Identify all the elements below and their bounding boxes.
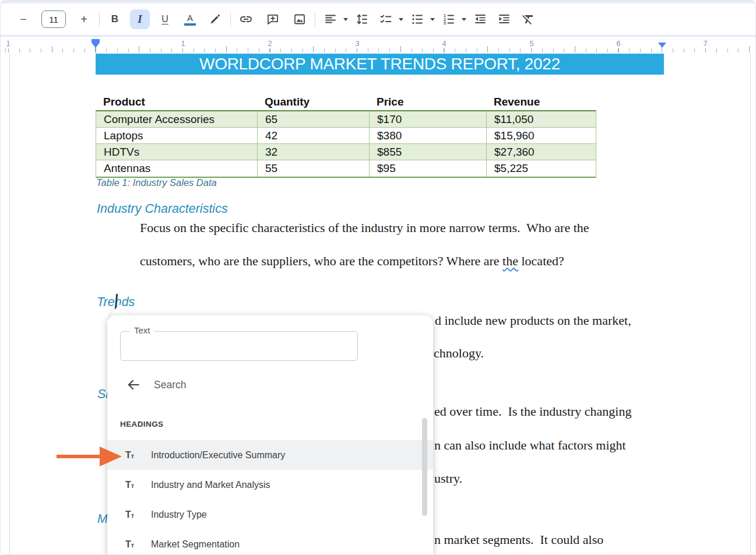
toolbar-divider xyxy=(99,12,100,27)
ruler-half-ticks xyxy=(1,46,755,52)
line-spacing-button[interactable] xyxy=(352,9,372,29)
bold-icon: B xyxy=(111,13,118,25)
toolbar-divider xyxy=(315,12,315,27)
heading-style-icon: Tт xyxy=(125,480,141,490)
numbered-list-menu[interactable]: 123 xyxy=(439,9,466,29)
underline-button[interactable]: U xyxy=(155,9,175,29)
right-indent-marker[interactable] xyxy=(658,43,666,48)
heading-option-industry-and-market-analysis[interactable]: Tт Industry and Market Analysis xyxy=(107,470,433,500)
body-text-fragment: chnology. xyxy=(434,346,484,361)
headings-section-label: HEADINGS xyxy=(120,420,163,428)
table-cell: $170 xyxy=(370,111,487,127)
checklist-menu[interactable] xyxy=(376,9,403,29)
font-size-decrease-button[interactable]: − xyxy=(13,9,33,29)
table-caption: Table 1: Industry Sales Data xyxy=(96,177,217,188)
page-right-edge xyxy=(750,53,751,554)
table-cell: Laptops xyxy=(96,128,258,143)
table-cell: $27,360 xyxy=(487,144,597,160)
italic-button[interactable]: I xyxy=(130,9,150,29)
numbered-list-button[interactable]: 123 xyxy=(439,9,459,29)
table-cell: $15,960 xyxy=(487,128,597,143)
table-header-cell: Product xyxy=(96,94,257,110)
spellcheck-flagged-word[interactable]: the xyxy=(502,254,518,268)
page-left-edge xyxy=(9,53,10,554)
ruler-number: 3 xyxy=(353,38,361,48)
search-row[interactable]: Search xyxy=(107,371,433,398)
document-title-banner: WORLDCORP MARKET TRENDS REPORT, 2022 xyxy=(96,54,664,75)
document-canvas[interactable]: WORLDCORP MARKET TRENDS REPORT, 2022 Pro… xyxy=(1,53,755,554)
ruler-number: 1 xyxy=(179,38,187,48)
add-comment-button[interactable] xyxy=(263,9,283,29)
body-text-segment: customers, who are the suppliers, who ar… xyxy=(140,254,502,268)
line-spacing-icon xyxy=(355,12,369,26)
heading-industry-characteristics: Industry Characteristics xyxy=(97,202,228,216)
table-cell: $11,050 xyxy=(487,111,597,127)
svg-text:3: 3 xyxy=(444,21,446,25)
text-color-indicator xyxy=(184,23,196,26)
table-cell: 42 xyxy=(258,128,370,143)
heading-option-industry-type[interactable]: Tт Industry Type xyxy=(107,500,433,529)
heading-option-label: Introduction/Executive Summary xyxy=(151,450,285,461)
italic-icon: I xyxy=(138,13,142,26)
insert-link-button[interactable] xyxy=(236,9,256,29)
heading-option-label: Industry and Market Analysis xyxy=(151,480,270,490)
popup-scrollbar[interactable] xyxy=(422,418,427,516)
ruler-number: 2 xyxy=(266,38,273,48)
link-icon xyxy=(239,12,253,26)
align-left-button[interactable] xyxy=(321,9,340,29)
font-size-input[interactable]: 11 xyxy=(41,10,66,28)
table-header-row: Product Quantity Price Revenue xyxy=(96,94,596,110)
text-color-button[interactable]: A xyxy=(180,9,200,29)
chevron-down-icon[interactable] xyxy=(462,18,466,21)
align-menu[interactable] xyxy=(321,9,348,29)
text-color-icon: A xyxy=(187,13,193,22)
font-size-increase-button[interactable]: + xyxy=(74,9,94,29)
ruler-number: 4 xyxy=(440,38,448,48)
checklist-button[interactable] xyxy=(376,9,396,29)
table-cell: 65 xyxy=(258,111,370,127)
body-text-line: Focus on the specific characteristics of… xyxy=(140,220,589,236)
chevron-down-icon[interactable] xyxy=(399,18,403,21)
table-cell: Computer Accessories xyxy=(96,111,258,127)
ruler-number: 7 xyxy=(701,38,709,48)
image-icon xyxy=(293,12,307,26)
table-header-cell: Revenue xyxy=(486,94,596,110)
heading-option-market-segmentation[interactable]: Tт Market Segmentation xyxy=(107,529,433,554)
chevron-down-icon[interactable] xyxy=(430,18,435,21)
insert-image-button[interactable] xyxy=(290,9,310,29)
highlight-color-button[interactable] xyxy=(205,9,225,29)
increase-indent-icon xyxy=(497,12,511,26)
decrease-indent-button[interactable] xyxy=(470,9,490,29)
table-cell: $95 xyxy=(370,160,487,177)
table-cell: $5,225 xyxy=(487,160,597,177)
body-text-fragment: n can also include what factors might xyxy=(434,438,626,453)
heading-style-icon: Tт xyxy=(125,510,141,520)
ruler-number: 6 xyxy=(614,38,622,48)
ruler-number: 1 xyxy=(4,38,12,48)
plus-icon: + xyxy=(80,13,87,26)
heading-option-introduction-executive-summary[interactable]: Tт Introduction/Executive Summary xyxy=(107,440,433,470)
heading-text-segment: ds xyxy=(122,295,135,309)
bulleted-list-icon xyxy=(410,12,424,26)
clear-formatting-button[interactable] xyxy=(518,9,538,29)
chevron-down-icon[interactable] xyxy=(343,18,348,21)
bold-button[interactable]: B xyxy=(105,9,125,29)
back-arrow-icon[interactable] xyxy=(126,377,141,392)
text-input[interactable] xyxy=(120,331,358,361)
left-indent-marker[interactable] xyxy=(92,39,100,48)
table-cell: Antennas xyxy=(96,160,258,177)
left-indent-handle[interactable] xyxy=(92,43,100,48)
table-header-cell: Price xyxy=(369,94,486,110)
decrease-indent-icon xyxy=(473,12,487,26)
align-left-icon xyxy=(324,12,337,26)
heading-partially-hidden: M xyxy=(97,512,108,526)
table-header-cell: Quantity xyxy=(257,94,369,110)
increase-indent-button[interactable] xyxy=(494,9,514,29)
underline-icon: U xyxy=(161,14,168,24)
headings-list: Tт Introduction/Executive Summary Tт Ind… xyxy=(107,440,433,554)
bulleted-list-menu[interactable] xyxy=(407,9,435,29)
text-field-label: Text xyxy=(130,325,154,335)
right-indent-handle[interactable] xyxy=(658,43,666,48)
bulleted-list-button[interactable] xyxy=(407,9,427,29)
body-text-fragment: ed over time. Is the industry changing xyxy=(434,404,631,419)
